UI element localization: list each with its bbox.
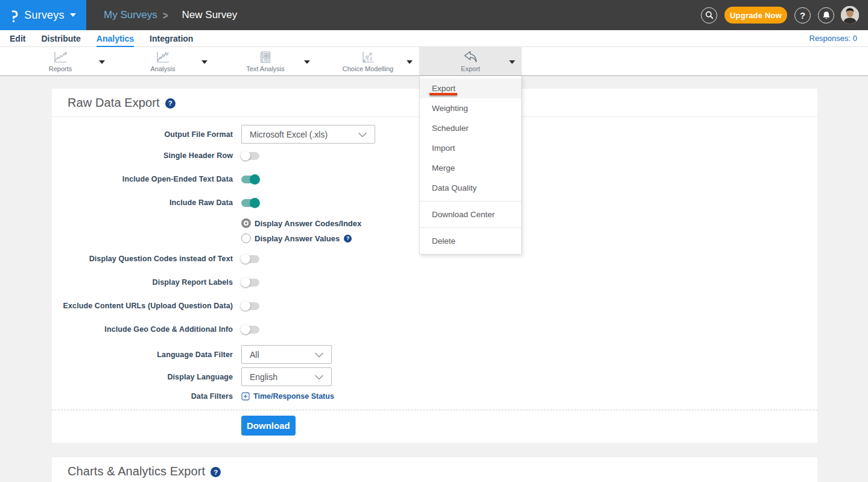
menu-item-delete[interactable]: Delete [420,231,521,251]
menu-item-label: Merge [432,163,455,173]
toggle-knob [241,254,250,264]
breadcrumb-current-page: New Survey [182,9,238,21]
bell-icon [822,11,831,20]
menu-item-weighting[interactable]: Weighting [420,98,521,118]
toolbar-item-label: Export [461,65,480,72]
chevron-down-icon [314,352,324,358]
panel-title: Raw Data Export [68,96,160,110]
form-row-display-report-labels: Display Report Labels [52,276,817,288]
menu-item-label: Delete [432,236,455,246]
menu-item-import[interactable]: Import [420,138,521,158]
form-row-language-data-filter: Language Data Filter All [52,345,817,364]
user-avatar[interactable] [841,6,859,24]
toolbar-item-label: Analysis [151,65,176,72]
field-label: Display Report Labels [52,278,233,287]
toggle-knob [250,198,260,208]
chevron-down-icon [70,13,76,17]
product-name: Surveys [24,9,64,22]
select-value: All [250,350,259,360]
menu-item-label: Data Quality [432,183,477,192]
include-open-ended-toggle[interactable] [241,176,259,183]
output-file-format-select[interactable]: Microsoft Excel (.xls) [241,125,375,144]
tab-distribute[interactable]: Distribute [41,30,80,47]
tab-integration[interactable]: Integration [150,30,193,47]
top-header: Surveys My Surveys > New Survey Upgrade … [0,0,868,30]
help-icon[interactable]: ? [165,98,176,109]
display-report-labels-toggle[interactable] [241,279,259,287]
toolbar-item-text-analysis[interactable]: Text Analysis [214,47,317,75]
download-button[interactable]: Download [241,416,296,436]
chevron-down-icon[interactable] [201,60,207,64]
notifications-button[interactable] [818,7,834,24]
menu-item-export[interactable]: Export [420,78,521,98]
survey-tabs: Edit Distribute Analytics Integration Re… [0,30,868,47]
charts-analytics-export-panel: Charts & Analytics Export ? [52,457,817,482]
charts-analytics-export-header: Charts & Analytics Export ? [52,457,817,482]
plus-square-icon [241,392,250,401]
upgrade-now-button[interactable]: Upgrade Now [724,7,787,24]
field-label: Exclude Content URLs (Upload Question Da… [52,302,233,310]
questionpro-logo-icon [10,9,19,22]
field-label: Single Header Row [52,151,233,160]
chevron-down-icon[interactable] [509,60,515,64]
help-icon[interactable]: ? [211,467,221,477]
exclude-content-urls-toggle[interactable] [241,302,259,310]
include-raw-data-toggle[interactable] [241,199,259,207]
search-icon [705,11,714,19]
time-response-status-link[interactable]: Time/Response Status [241,392,334,401]
chevron-down-icon[interactable] [304,60,310,64]
toggle-knob [241,301,250,311]
breadcrumb: My Surveys > New Survey [104,9,237,21]
menu-item-scheduler[interactable]: Scheduler [420,118,521,138]
single-header-row-toggle[interactable] [241,152,259,160]
product-switcher[interactable]: Surveys [0,0,86,30]
toolbar-item-label: Choice Modelling [343,65,393,72]
toolbar-item-reports[interactable]: Reports [9,47,112,75]
toolbar-item-export[interactable]: Export [419,47,522,75]
form-row-display-language: Display Language English [52,367,817,386]
display-answer-codes-radio[interactable] [241,218,251,228]
field-label: Include Open-Ended Text Data [52,175,233,183]
header-actions: Upgrade Now ? [701,6,859,24]
menu-item-label: Export [432,84,455,93]
select-value: English [250,372,277,382]
responses-count[interactable]: Responses: 0 [809,34,858,43]
help-icon[interactable]: ? [344,235,352,243]
field-label: Include Geo Code & Additional Info [52,325,233,334]
field-label: Include Raw Data [52,198,233,207]
question-mark-icon: ? [800,10,805,21]
menu-item-download-center[interactable]: Download Center [420,205,521,224]
display-question-codes-toggle[interactable] [241,255,259,263]
multi-line-chart-icon [156,51,170,64]
chevron-down-icon[interactable] [407,60,413,64]
toggle-knob [241,151,250,160]
chevron-down-icon [314,375,324,380]
radio-label: Display Answer Values [255,234,340,243]
link-label: Time/Response Status [253,392,334,401]
dashed-divider [52,410,817,410]
tab-edit[interactable]: Edit [10,30,25,47]
menu-divider [420,227,521,228]
menu-divider [420,201,521,201]
menu-item-label: Download Center [432,210,495,219]
include-geo-code-toggle[interactable] [241,326,259,334]
display-language-select[interactable]: English [241,367,332,386]
export-dropdown-menu: Export Weighting Scheduler Import Merge … [419,76,522,255]
toolbar-item-analysis[interactable]: Analysis [112,47,214,75]
menu-item-data-quality[interactable]: Data Quality [420,178,521,198]
chevron-down-icon[interactable] [99,60,105,64]
field-label: Data Filters [52,392,233,401]
tab-analytics[interactable]: Analytics [97,30,134,47]
menu-item-merge[interactable]: Merge [420,158,521,178]
breadcrumb-my-surveys[interactable]: My Surveys [104,9,157,21]
search-button[interactable] [701,7,717,24]
language-data-filter-select[interactable]: All [241,345,332,364]
toggle-knob [241,325,250,334]
help-button[interactable]: ? [794,7,811,24]
toolbar-item-choice-modelling[interactable]: Choice Modelling [317,47,419,75]
display-answer-values-radio[interactable] [241,233,251,243]
menu-item-label: Scheduler [432,124,469,133]
line-chart-icon [53,51,68,64]
form-row-data-filters: Data Filters Time/Response Status [52,392,817,401]
field-label: Display Question Codes instead of Text [52,255,233,263]
